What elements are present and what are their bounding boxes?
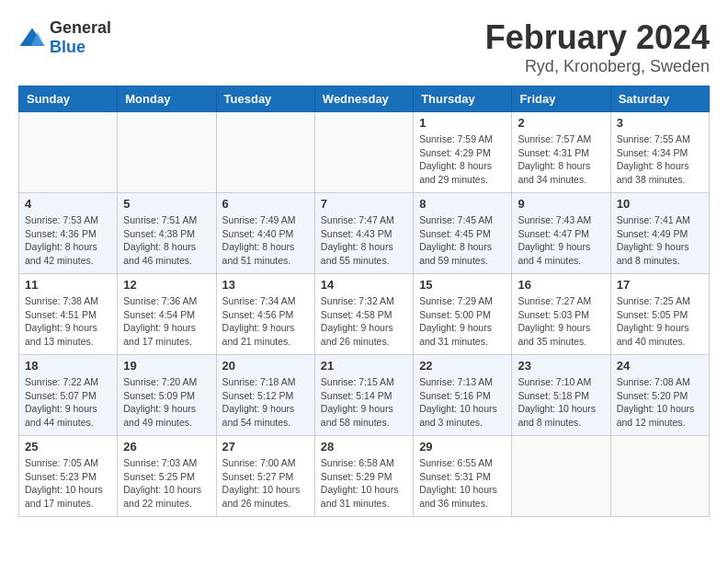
day-number: 22 — [419, 359, 506, 373]
calendar-day-12: 12Sunrise: 7:36 AM Sunset: 4:54 PM Dayli… — [118, 274, 216, 355]
calendar-day-23: 23Sunrise: 7:10 AM Sunset: 5:18 PM Dayli… — [512, 355, 610, 436]
header-thursday: Thursday — [414, 86, 512, 112]
day-info: Sunrise: 7:49 AM Sunset: 4:40 PM Dayligh… — [222, 213, 309, 268]
day-info: Sunrise: 6:58 AM Sunset: 5:29 PM Dayligh… — [321, 456, 407, 511]
day-number: 15 — [419, 278, 506, 292]
day-number: 7 — [321, 197, 407, 211]
calendar-week-row: 4Sunrise: 7:53 AM Sunset: 4:36 PM Daylig… — [19, 193, 710, 274]
day-number: 27 — [222, 440, 309, 454]
day-info: Sunrise: 7:27 AM Sunset: 5:03 PM Dayligh… — [518, 294, 604, 349]
header-wednesday: Wednesday — [314, 86, 413, 112]
calendar-day-19: 19Sunrise: 7:20 AM Sunset: 5:09 PM Dayli… — [118, 355, 216, 436]
day-info: Sunrise: 7:57 AM Sunset: 4:31 PM Dayligh… — [518, 132, 604, 187]
day-number: 23 — [518, 359, 604, 373]
day-info: Sunrise: 7:18 AM Sunset: 5:12 PM Dayligh… — [222, 375, 309, 430]
day-number: 1 — [419, 116, 506, 130]
day-info: Sunrise: 7:36 AM Sunset: 4:54 PM Dayligh… — [123, 294, 210, 349]
day-info: Sunrise: 7:38 AM Sunset: 4:51 PM Dayligh… — [25, 294, 111, 349]
logo-blue: Blue — [50, 38, 85, 56]
calendar-day-6: 6Sunrise: 7:49 AM Sunset: 4:40 PM Daylig… — [216, 193, 314, 274]
calendar-day-25: 25Sunrise: 7:05 AM Sunset: 5:23 PM Dayli… — [19, 436, 118, 517]
day-number: 13 — [222, 278, 309, 292]
day-number: 19 — [123, 359, 210, 373]
day-number: 20 — [222, 359, 309, 373]
calendar-day-22: 22Sunrise: 7:13 AM Sunset: 5:16 PM Dayli… — [414, 355, 512, 436]
day-number: 12 — [123, 278, 210, 292]
day-number: 29 — [419, 440, 506, 454]
day-number: 18 — [25, 359, 111, 373]
header-monday: Monday — [118, 86, 216, 112]
calendar-day-18: 18Sunrise: 7:22 AM Sunset: 5:07 PM Dayli… — [19, 355, 118, 436]
day-number: 11 — [25, 278, 111, 292]
logo: General Blue — [18, 18, 111, 57]
day-info: Sunrise: 7:13 AM Sunset: 5:16 PM Dayligh… — [419, 375, 506, 430]
calendar-day-empty — [216, 112, 314, 193]
day-info: Sunrise: 7:00 AM Sunset: 5:27 PM Dayligh… — [222, 456, 309, 511]
day-info: Sunrise: 7:34 AM Sunset: 4:56 PM Dayligh… — [222, 294, 309, 349]
day-number: 5 — [123, 197, 210, 211]
day-info: Sunrise: 7:41 AM Sunset: 4:49 PM Dayligh… — [617, 213, 703, 268]
day-info: Sunrise: 7:22 AM Sunset: 5:07 PM Dayligh… — [25, 375, 111, 430]
day-number: 25 — [25, 440, 111, 454]
day-number: 14 — [321, 278, 407, 292]
calendar-day-8: 8Sunrise: 7:45 AM Sunset: 4:45 PM Daylig… — [414, 193, 512, 274]
day-number: 21 — [321, 359, 407, 373]
logo-text: General Blue — [50, 18, 111, 57]
calendar-day-3: 3Sunrise: 7:55 AM Sunset: 4:34 PM Daylig… — [610, 112, 709, 193]
main-title: February 2024 — [485, 18, 710, 57]
page-header: General Blue February 2024 Ryd, Kronober… — [18, 18, 710, 76]
calendar-week-row: 1Sunrise: 7:59 AM Sunset: 4:29 PM Daylig… — [19, 112, 710, 193]
day-info: Sunrise: 7:10 AM Sunset: 5:18 PM Dayligh… — [518, 375, 604, 430]
day-info: Sunrise: 7:20 AM Sunset: 5:09 PM Dayligh… — [123, 375, 210, 430]
calendar-day-1: 1Sunrise: 7:59 AM Sunset: 4:29 PM Daylig… — [414, 112, 512, 193]
day-number: 17 — [617, 278, 703, 292]
calendar-week-row: 25Sunrise: 7:05 AM Sunset: 5:23 PM Dayli… — [19, 436, 710, 517]
calendar-day-10: 10Sunrise: 7:41 AM Sunset: 4:49 PM Dayli… — [610, 193, 709, 274]
calendar-day-11: 11Sunrise: 7:38 AM Sunset: 4:51 PM Dayli… — [19, 274, 118, 355]
day-info: Sunrise: 7:05 AM Sunset: 5:23 PM Dayligh… — [25, 456, 111, 511]
day-info: Sunrise: 7:53 AM Sunset: 4:36 PM Dayligh… — [25, 213, 111, 268]
header-friday: Friday — [512, 86, 610, 112]
day-number: 16 — [518, 278, 604, 292]
calendar-day-14: 14Sunrise: 7:32 AM Sunset: 4:58 PM Dayli… — [314, 274, 413, 355]
header-sunday: Sunday — [19, 86, 118, 112]
day-number: 26 — [123, 440, 210, 454]
calendar-day-empty — [314, 112, 413, 193]
calendar-day-17: 17Sunrise: 7:25 AM Sunset: 5:05 PM Dayli… — [610, 274, 709, 355]
calendar-day-2: 2Sunrise: 7:57 AM Sunset: 4:31 PM Daylig… — [512, 112, 610, 193]
calendar-day-27: 27Sunrise: 7:00 AM Sunset: 5:27 PM Dayli… — [216, 436, 314, 517]
day-number: 6 — [222, 197, 309, 211]
day-number: 8 — [419, 197, 506, 211]
calendar-day-5: 5Sunrise: 7:51 AM Sunset: 4:38 PM Daylig… — [118, 193, 216, 274]
calendar-day-13: 13Sunrise: 7:34 AM Sunset: 4:56 PM Dayli… — [216, 274, 314, 355]
day-info: Sunrise: 7:29 AM Sunset: 5:00 PM Dayligh… — [419, 294, 506, 349]
calendar-day-24: 24Sunrise: 7:08 AM Sunset: 5:20 PM Dayli… — [610, 355, 709, 436]
calendar-day-16: 16Sunrise: 7:27 AM Sunset: 5:03 PM Dayli… — [512, 274, 610, 355]
day-number: 10 — [617, 197, 703, 211]
calendar-week-row: 18Sunrise: 7:22 AM Sunset: 5:07 PM Dayli… — [19, 355, 710, 436]
day-info: Sunrise: 7:59 AM Sunset: 4:29 PM Dayligh… — [419, 132, 506, 187]
day-number: 3 — [617, 116, 703, 130]
title-section: February 2024 Ryd, Kronoberg, Sweden — [485, 18, 710, 76]
day-info: Sunrise: 7:43 AM Sunset: 4:47 PM Dayligh… — [518, 213, 604, 268]
day-info: Sunrise: 7:55 AM Sunset: 4:34 PM Dayligh… — [617, 132, 703, 187]
calendar-day-21: 21Sunrise: 7:15 AM Sunset: 5:14 PM Dayli… — [314, 355, 413, 436]
calendar-day-empty — [610, 436, 709, 517]
day-info: Sunrise: 7:25 AM Sunset: 5:05 PM Dayligh… — [617, 294, 703, 349]
calendar-day-26: 26Sunrise: 7:03 AM Sunset: 5:25 PM Dayli… — [118, 436, 216, 517]
day-number: 24 — [617, 359, 703, 373]
calendar-day-4: 4Sunrise: 7:53 AM Sunset: 4:36 PM Daylig… — [19, 193, 118, 274]
day-info: Sunrise: 7:15 AM Sunset: 5:14 PM Dayligh… — [321, 375, 407, 430]
day-info: Sunrise: 7:32 AM Sunset: 4:58 PM Dayligh… — [321, 294, 407, 349]
calendar-day-empty — [19, 112, 118, 193]
day-number: 9 — [518, 197, 604, 211]
day-info: Sunrise: 7:47 AM Sunset: 4:43 PM Dayligh… — [321, 213, 407, 268]
day-info: Sunrise: 7:08 AM Sunset: 5:20 PM Dayligh… — [617, 375, 703, 430]
calendar-day-empty — [118, 112, 216, 193]
header-saturday: Saturday — [610, 86, 709, 112]
logo-general: General — [50, 18, 111, 37]
day-number: 2 — [518, 116, 604, 130]
calendar-week-row: 11Sunrise: 7:38 AM Sunset: 4:51 PM Dayli… — [19, 274, 710, 355]
day-info: Sunrise: 7:03 AM Sunset: 5:25 PM Dayligh… — [123, 456, 210, 511]
calendar-day-15: 15Sunrise: 7:29 AM Sunset: 5:00 PM Dayli… — [414, 274, 512, 355]
